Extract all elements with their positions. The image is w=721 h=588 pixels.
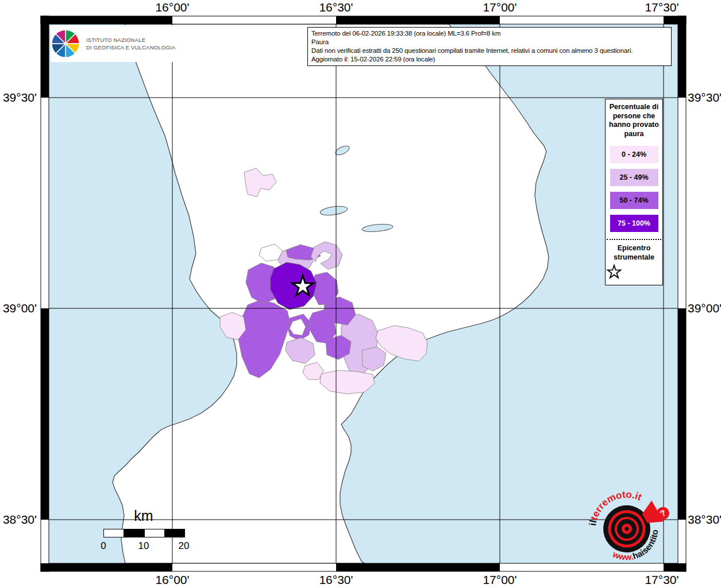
scalebar-label-10: 10 [138,540,149,552]
map-frame-segment [41,24,49,98]
scalebar-unit: km [103,508,184,524]
ingv-name-line2: DI GEOFISICA E VULCANOLOGIA [86,44,175,51]
ingv-name: ISTITUTO NAZIONALE DI GEOFISICA E VULCAN… [86,36,175,52]
map-frame-segment [678,563,686,571]
map-frame-segment [664,16,678,24]
legend-epicenter-line1: Epicentro [606,243,662,253]
map-frame-segment [678,16,686,24]
map-frame-segment [41,16,49,24]
legend-epicenter-label: Epicentro strumentale [606,242,662,262]
event-info-line2: Paura [311,38,668,47]
haisentitoilterremoto-logo: ? ilterremoto.it www.haisentito [582,485,674,572]
scalebar-segment [104,529,124,537]
map-frame-segment [49,563,172,571]
event-info-line3: Dati non verificati estratti da 250 ques… [311,47,668,55]
map-frame-segment [678,24,686,98]
legend-star-icon [606,264,623,280]
map-frame-segment [49,16,172,24]
legend: Percentuale di persone che hanno provato… [605,99,663,285]
map-frame-segment [336,16,500,24]
event-info-line1: Terremoto del 06-02-2026 19:33:38 (ora l… [311,29,668,38]
scalebar-label-20: 20 [179,540,190,552]
scalebar [103,529,185,537]
scalebar-segment [144,529,164,537]
ingv-globe-icon [51,29,80,59]
legend-class-75-100: 75 - 100% [610,215,658,232]
scalebar-segment [124,529,144,537]
legend-star-wrap [606,262,662,285]
scalebar-segment [164,529,184,537]
legend-star [608,265,621,278]
scalebar-label-0: 0 [101,540,106,552]
ingv-name-line1: ISTITUTO NAZIONALE [86,36,175,44]
map-frame-segment [336,563,500,571]
map-frame-segment [41,308,49,520]
legend-class-50-74: 50 - 74% [610,192,658,209]
globe-wedges [52,30,79,57]
earthquake-intensity-map-page: 16°00' 16°30' 17°00' 17°30' 16°00' 16°30… [0,0,721,588]
legend-title: Percentuale di persone che hanno provato… [606,99,662,140]
watermark-group: ? ilterremoto.it www.haisentito [582,485,674,572]
legend-separator [607,239,661,240]
legend-epicenter-line2: strumentale [606,253,662,262]
event-info-line4: Aggiornato il: 15-02-2026 22:59 (ora loc… [311,55,668,64]
legend-class-0-24: 0 - 24% [610,146,658,163]
event-info-box: Terremoto del 06-02-2026 19:33:38 (ora l… [307,27,672,66]
map-frame-segment [678,308,686,520]
ingv-logo: ISTITUTO NAZIONALE DI GEOFISICA E VULCAN… [51,25,198,62]
map-frame-segment [41,563,49,571]
legend-class-25-49: 25 - 49% [610,169,658,186]
